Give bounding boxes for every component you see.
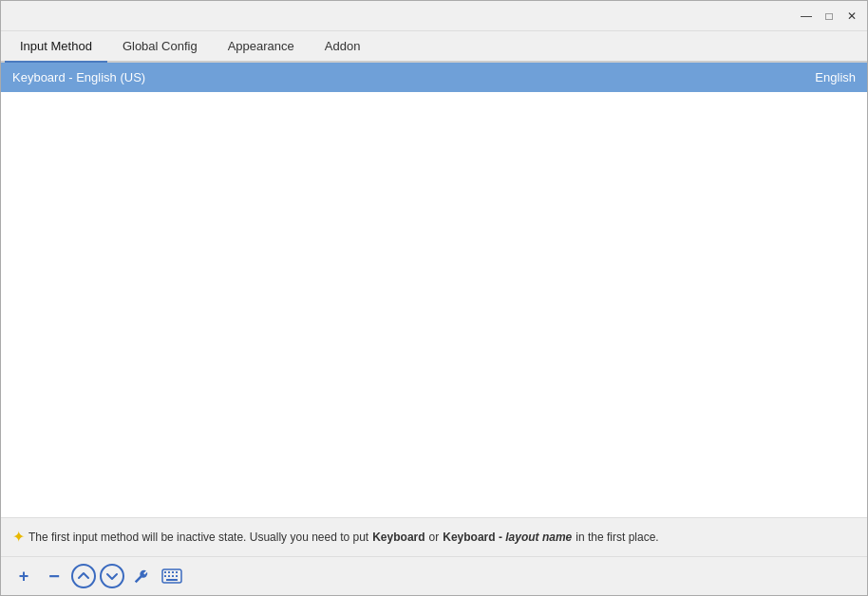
- footer-note: ✦ The first input method will be inactiv…: [1, 517, 867, 556]
- chevron-up-icon: [77, 569, 90, 583]
- svg-rect-2: [168, 571, 170, 573]
- input-method-name: Keyboard - English (US): [12, 70, 145, 84]
- svg-rect-6: [168, 575, 170, 577]
- keyboard-button[interactable]: [159, 563, 185, 589]
- minimize-button[interactable]: —: [799, 9, 814, 24]
- keyboard-icon: [161, 568, 182, 584]
- tab-addon[interactable]: Addon: [310, 31, 376, 63]
- configure-button[interactable]: [128, 563, 155, 589]
- move-up-button[interactable]: [71, 564, 96, 588]
- svg-rect-5: [164, 575, 166, 577]
- tab-appearance[interactable]: Appearance: [213, 31, 310, 63]
- add-button[interactable]: +: [10, 563, 37, 589]
- svg-rect-1: [164, 571, 166, 573]
- svg-rect-3: [172, 571, 174, 573]
- footer-italic-layout: layout name: [505, 531, 572, 544]
- maximize-button[interactable]: □: [821, 9, 837, 24]
- wrench-icon: [133, 568, 150, 585]
- svg-rect-4: [176, 571, 178, 573]
- chevron-down-icon: [105, 569, 119, 583]
- svg-rect-8: [176, 575, 178, 577]
- svg-rect-7: [172, 575, 174, 577]
- close-button[interactable]: ✕: [844, 9, 859, 24]
- footer-bold-keyboard-layout: Keyboard - layout name: [443, 529, 572, 546]
- tab-input-method[interactable]: Input Method: [5, 31, 107, 63]
- svg-rect-9: [166, 579, 178, 581]
- tab-global-config[interactable]: Global Config: [107, 31, 213, 63]
- tab-bar: Input Method Global Config Appearance Ad…: [1, 31, 867, 63]
- list-item[interactable]: Keyboard - English (US) English: [1, 63, 867, 92]
- footer-text-mid: or: [429, 529, 440, 546]
- footer-text-pre: The first input method will be inactive …: [28, 529, 368, 546]
- main-window: — □ ✕ Input Method Global Config Appeara…: [0, 0, 868, 596]
- toolbar: + −: [1, 556, 867, 595]
- star-icon: ✦: [12, 526, 25, 549]
- footer-bold-keyboard: Keyboard: [372, 529, 425, 546]
- move-down-button[interactable]: [100, 564, 124, 588]
- titlebar: — □ ✕: [1, 1, 867, 31]
- input-method-lang: English: [815, 70, 856, 84]
- input-method-list: Keyboard - English (US) English: [1, 63, 867, 517]
- remove-button[interactable]: −: [41, 563, 67, 589]
- footer-text-post: in the first place.: [576, 529, 658, 546]
